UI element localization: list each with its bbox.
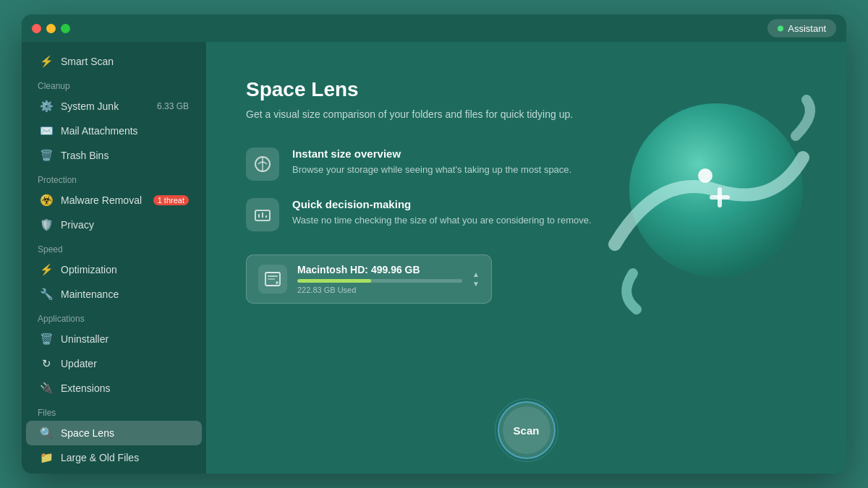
feature-quick-decision: Quick decision-making Waste no time chec… — [246, 198, 807, 231]
disk-used: 222.83 GB Used — [297, 286, 462, 294]
mail-icon: ✉️ — [39, 124, 54, 138]
privacy-label: Privacy — [61, 219, 94, 231]
disk-name: Macintosh HD: 499.96 GB — [297, 264, 462, 275]
section-label-cleanup: Cleanup — [22, 74, 206, 94]
quick-decision-desc: Waste no time checking the size of what … — [292, 213, 592, 228]
large-files-icon: 📁 — [39, 450, 54, 465]
main-content: Space Lens Get a visual size comparison … — [206, 14, 846, 474]
malware-badge: 1 threat — [153, 195, 189, 205]
scan-label: Scan — [514, 424, 540, 437]
minimize-button[interactable] — [46, 24, 56, 33]
optimization-label: Optimization — [61, 264, 117, 275]
disk-bar-fill — [297, 279, 371, 283]
trash-icon: 🗑️ — [39, 148, 54, 163]
disk-icon — [258, 265, 287, 294]
maintenance-icon: 🔧 — [39, 287, 54, 301]
disk-info: Macintosh HD: 499.96 GB 222.83 GB Used — [297, 264, 462, 294]
svg-rect-7 — [268, 275, 278, 277]
quick-decision-title: Quick decision-making — [292, 198, 592, 210]
trash-bins-label: Trash Bins — [61, 150, 109, 161]
malware-icon: ☣️ — [39, 193, 54, 207]
uninstaller-icon: 🗑️ — [39, 332, 54, 346]
sidebar-item-privacy[interactable]: 🛡️ Privacy — [26, 213, 202, 237]
sidebar-item-shredder[interactable]: 🗃️ Shredder — [26, 470, 202, 474]
scan-button[interactable]: Scan — [498, 401, 556, 459]
sidebar-item-maintenance[interactable]: 🔧 Maintenance — [26, 282, 202, 307]
system-junk-size: 6.33 GB — [157, 101, 189, 111]
sidebar-item-optimization[interactable]: ⚡ Optimization — [26, 257, 202, 282]
smart-scan-icon: ⚡ — [39, 54, 54, 69]
assistant-label: Assistant — [788, 23, 826, 34]
disk-selector[interactable]: Macintosh HD: 499.96 GB 222.83 GB Used ▲… — [246, 254, 492, 304]
privacy-icon: 🛡️ — [39, 218, 54, 232]
section-label-applications: Applications — [22, 307, 206, 327]
sidebar-item-space-lens[interactable]: 🔍 Space Lens — [26, 421, 202, 445]
extensions-icon: 🔌 — [39, 381, 54, 395]
sidebar-item-uninstaller[interactable]: 🗑️ Uninstaller — [26, 327, 202, 351]
optimization-icon: ⚡ — [39, 262, 54, 277]
traffic-lights — [32, 24, 70, 33]
space-lens-icon: 🔍 — [39, 426, 54, 440]
smart-scan-label: Smart Scan — [61, 56, 114, 67]
instant-overview-title: Instant size overview — [292, 147, 571, 160]
sidebar-item-large-old-files[interactable]: 📁 Large & Old Files — [26, 445, 202, 470]
sidebar-inner: ⚡ Smart Scan Cleanup ⚙️ System Junk 6.33… — [22, 42, 206, 474]
sidebar-item-system-junk[interactable]: ⚙️ System Junk 6.33 GB — [26, 94, 202, 119]
assistant-status-dot — [778, 25, 783, 31]
sidebar-item-malware-removal[interactable]: ☣️ Malware Removal 1 threat — [26, 188, 202, 213]
disk-progress-bar — [297, 279, 462, 283]
features-list: Instant size overview Browse your storag… — [246, 147, 807, 231]
scan-button-container: Scan — [206, 401, 846, 474]
malware-removal-label: Malware Removal — [61, 194, 142, 206]
page-subtitle: Get a visual size comparison of your fol… — [246, 107, 807, 122]
maintenance-label: Maintenance — [61, 288, 119, 300]
maximize-button[interactable] — [61, 24, 70, 33]
instant-overview-desc: Browse your storage while seeing what's … — [292, 163, 571, 177]
quick-decision-text: Quick decision-making Waste no time chec… — [292, 198, 592, 228]
instant-overview-icon — [246, 147, 279, 181]
system-junk-label: System Junk — [61, 100, 119, 112]
scan-button-inner: Scan — [503, 406, 550, 454]
assistant-button[interactable]: Assistant — [767, 20, 836, 38]
sidebar-item-mail-attachments[interactable]: ✉️ Mail Attachments — [26, 119, 202, 143]
page-title: Space Lens — [246, 78, 807, 101]
disk-chevron-icon: ▲ ▼ — [472, 270, 480, 288]
svg-rect-8 — [268, 278, 275, 280]
uninstaller-label: Uninstaller — [61, 333, 109, 345]
feature-instant-overview: Instant size overview Browse your storag… — [246, 147, 807, 181]
section-label-files: Files — [22, 401, 206, 421]
instant-overview-text: Instant size overview Browse your storag… — [292, 147, 571, 177]
sidebar-item-extensions[interactable]: 🔌 Extensions — [26, 376, 202, 401]
main-window: Assistant ⚡ Smart Scan Cleanup ⚙️ System… — [22, 14, 846, 474]
sidebar-item-trash-bins[interactable]: 🗑️ Trash Bins — [26, 143, 202, 168]
large-old-files-label: Large & Old Files — [61, 452, 139, 463]
section-label-speed: Speed — [22, 237, 206, 257]
updater-icon: ↻ — [39, 356, 54, 371]
system-junk-icon: ⚙️ — [39, 99, 54, 114]
titlebar: Assistant — [22, 14, 846, 42]
sidebar-item-updater[interactable]: ↻ Updater — [26, 351, 202, 376]
sidebar-item-smart-scan[interactable]: ⚡ Smart Scan — [26, 49, 202, 74]
mail-attachments-label: Mail Attachments — [61, 125, 138, 137]
sidebar: ⚡ Smart Scan Cleanup ⚙️ System Junk 6.33… — [22, 14, 206, 474]
close-button[interactable] — [32, 24, 41, 33]
quick-decision-icon — [246, 198, 279, 231]
svg-point-9 — [276, 281, 278, 284]
section-label-protection: Protection — [22, 168, 206, 188]
updater-label: Updater — [61, 358, 97, 369]
space-lens-label: Space Lens — [61, 427, 114, 439]
extensions-label: Extensions — [61, 382, 110, 394]
